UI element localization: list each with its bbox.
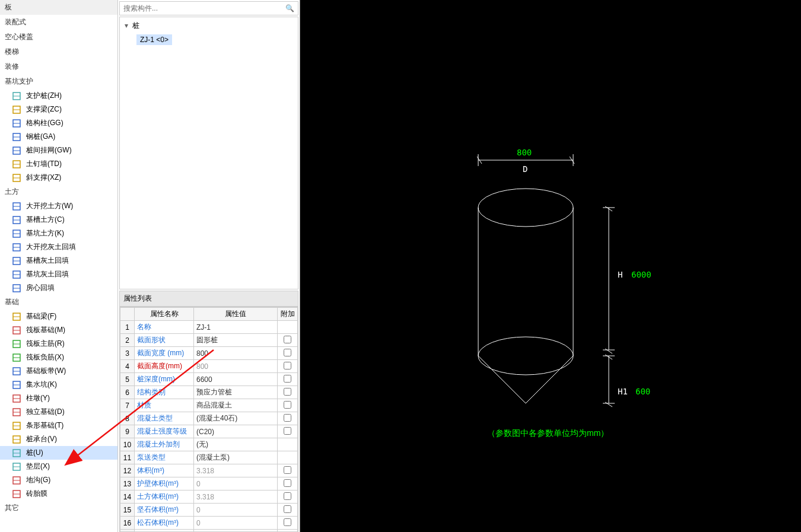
tree-child-node[interactable]: ZJ-1 <0> — [136, 34, 172, 45]
extra-checkbox[interactable] — [284, 492, 291, 500]
tree-item[interactable]: 筏板主筋(R) — [0, 337, 117, 351]
extra-checkbox[interactable] — [284, 349, 291, 356]
row-number: 7 — [120, 399, 135, 412]
extra-checkbox[interactable] — [284, 466, 291, 474]
property-row[interactable]: 15坚石体积(m³)0 — [120, 504, 298, 517]
tree-item[interactable]: 大开挖土方(W) — [0, 199, 117, 213]
extra-checkbox[interactable] — [284, 414, 291, 422]
tree-item[interactable]: 砖胎膜 — [0, 487, 117, 501]
tree-item[interactable]: 基础板带(W) — [0, 364, 117, 378]
prop-value[interactable]: 6600 — [194, 373, 278, 386]
property-row[interactable]: 13护壁体积(m³)0 — [120, 477, 298, 490]
prop-value[interactable]: (混凝土泵) — [194, 451, 278, 464]
tree-item-label: 地沟(G) — [26, 475, 50, 485]
tree-item[interactable]: 独立基础(D) — [0, 405, 117, 419]
prop-value[interactable]: 800 — [194, 360, 278, 373]
category-基础[interactable]: 基础 — [0, 295, 117, 310]
tree-item[interactable]: 支撑梁(ZC) — [0, 103, 117, 116]
category-装配式[interactable]: 装配式 — [0, 15, 117, 30]
property-row[interactable]: 2截面形状圆形桩 — [120, 334, 298, 347]
prop-value[interactable]: 0 — [194, 517, 278, 530]
property-row[interactable]: 6结构类别预应力管桩 — [120, 386, 298, 399]
prop-value[interactable]: 0 — [194, 504, 278, 517]
extra-checkbox[interactable] — [284, 362, 291, 369]
tree-item[interactable]: 斜支撑(XZ) — [0, 171, 117, 184]
tree-item[interactable]: 钢桩(GA) — [0, 130, 117, 144]
tree-item[interactable]: 格构柱(GG) — [0, 116, 117, 130]
tree-item[interactable]: 桩间挂网(GW) — [0, 144, 117, 157]
tree-item[interactable]: 筏板基础(M) — [0, 323, 117, 337]
prop-value[interactable]: 预应力管桩 — [194, 386, 278, 399]
category-土方[interactable]: 土方 — [0, 184, 117, 199]
property-row[interactable]: 5桩深度(mm)6600 — [120, 373, 298, 386]
prop-extra-cell — [278, 334, 298, 347]
category-其它[interactable]: 其它 — [0, 501, 117, 515]
extra-checkbox[interactable] — [284, 505, 291, 513]
cap-icon — [12, 435, 21, 444]
prop-value[interactable]: ZJ-1 — [194, 321, 278, 334]
prop-extra-cell — [278, 360, 298, 373]
property-row[interactable]: 7材质商品混凝土 — [120, 399, 298, 412]
extra-checkbox[interactable] — [284, 388, 291, 396]
property-row[interactable]: 1名称ZJ-1 — [120, 321, 298, 334]
prop-value[interactable]: 0 — [194, 530, 278, 533]
property-row[interactable]: 10混凝土外加剂(无) — [120, 438, 298, 451]
prop-value[interactable]: 3.318 — [194, 464, 278, 477]
prop-value[interactable]: 0 — [194, 477, 278, 490]
prop-value[interactable]: 3.318 — [194, 490, 278, 504]
property-row[interactable]: 14土方体积(m³)3.318 — [120, 490, 298, 504]
tree-item[interactable]: 条形基础(T) — [0, 419, 117, 432]
tree-item[interactable]: 柱墩(Y) — [0, 391, 117, 405]
tree-item[interactable]: 基坑土方(K) — [0, 227, 117, 240]
extra-checkbox[interactable] — [284, 479, 291, 487]
tree-item[interactable]: 基槽土方(C) — [0, 213, 117, 227]
search-box[interactable]: 🔍 — [119, 1, 298, 15]
tree-item[interactable]: 基础梁(F) — [0, 310, 117, 323]
property-row[interactable]: 4截面高度(mm)800 — [120, 360, 298, 373]
property-row[interactable]: 3截面宽度 (mm)800 — [120, 347, 298, 360]
tree-item[interactable]: 支护桩(ZH) — [0, 89, 117, 103]
prop-value[interactable]: 圆形桩 — [194, 334, 278, 347]
tree-root-node[interactable]: ▾ 桩 — [122, 20, 295, 32]
beam-icon — [12, 105, 21, 114]
tree-item[interactable]: 土钉墙(TD) — [0, 157, 117, 171]
category-空心楼盖[interactable]: 空心楼盖 — [0, 30, 117, 44]
row-number: 10 — [120, 438, 135, 451]
prop-value[interactable]: 商品混凝土 — [194, 399, 278, 412]
prop-value[interactable]: (C20) — [194, 425, 278, 438]
tree-item[interactable]: 基槽灰土回填 — [0, 254, 117, 267]
search-icon[interactable]: 🔍 — [285, 4, 294, 12]
tree-item[interactable]: 桩承台(V) — [0, 432, 117, 446]
tree-item[interactable]: 地沟(G) — [0, 473, 117, 487]
row-number: 17 — [120, 530, 135, 533]
extra-checkbox[interactable] — [284, 375, 291, 383]
tree-item[interactable]: 大开挖灰土回填 — [0, 240, 117, 254]
tree-item[interactable]: 桩(U) — [0, 446, 117, 460]
prop-value[interactable]: 800 — [194, 347, 278, 360]
tree-item[interactable]: 基坑灰土回填 — [0, 267, 117, 281]
tree-item-label: 土钉墙(TD) — [26, 159, 62, 169]
property-row[interactable]: 16松石体积(m³)0 — [120, 517, 298, 530]
extra-checkbox[interactable] — [284, 518, 291, 526]
tree-item[interactable]: 集水坑(K) — [0, 378, 117, 391]
category-板[interactable]: 板 — [0, 0, 117, 15]
tree-item[interactable]: 垫层(X) — [0, 460, 117, 473]
property-row[interactable]: 17松土体积(m³)0 — [120, 530, 298, 533]
tree-item[interactable]: 筏板负筋(X) — [0, 351, 117, 364]
extra-checkbox[interactable] — [284, 401, 291, 409]
drawing-viewport[interactable]: 800 D H 6000 H1 600 （参数图中各参数单位均为mm） — [300, 0, 801, 532]
property-row[interactable]: 12体积(m³)3.318 — [120, 464, 298, 477]
category-装修[interactable]: 装修 — [0, 59, 117, 74]
row-number: 13 — [120, 477, 135, 490]
property-row[interactable]: 8混凝土类型(混凝土40石) — [120, 412, 298, 425]
extra-checkbox[interactable] — [284, 336, 291, 343]
tree-item[interactable]: 房心回填 — [0, 281, 117, 295]
extra-checkbox[interactable] — [284, 427, 291, 435]
property-row[interactable]: 9混凝土强度等级(C20) — [120, 425, 298, 438]
prop-value[interactable]: (无) — [194, 438, 278, 451]
search-input[interactable] — [123, 4, 285, 12]
category-楼梯[interactable]: 楼梯 — [0, 44, 117, 59]
property-row[interactable]: 11泵送类型(混凝土泵) — [120, 451, 298, 464]
category-基坑支护[interactable]: 基坑支护 — [0, 74, 117, 89]
prop-value[interactable]: (混凝土40石) — [194, 412, 278, 425]
